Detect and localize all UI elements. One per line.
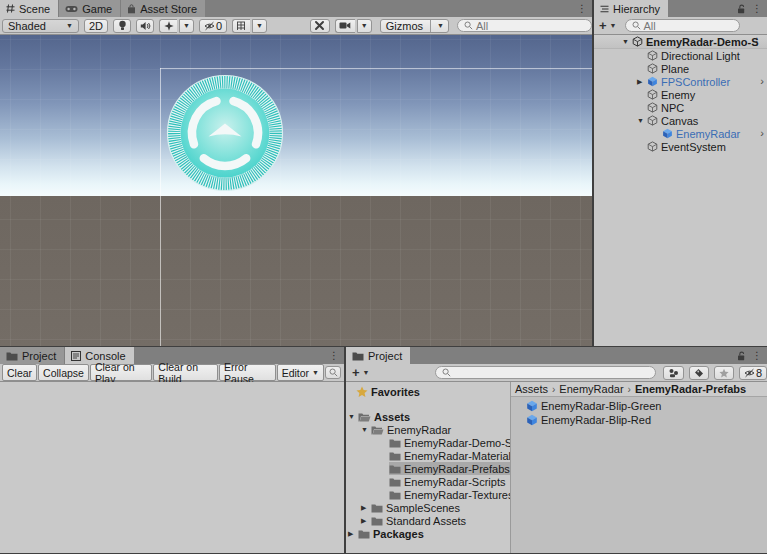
scene-effects-dropdown[interactable]: ▼ bbox=[179, 19, 194, 33]
folder-row-materials[interactable]: EnemyRadar-Materials bbox=[346, 449, 510, 462]
tab-hierarchy[interactable]: Hierarchy bbox=[594, 0, 668, 17]
console-editor-dropdown[interactable]: Editor▼ bbox=[277, 364, 324, 381]
project-search-input[interactable] bbox=[435, 366, 656, 379]
prefab-open-chevron-icon[interactable]: › bbox=[760, 128, 764, 139]
hierarchy-create-button[interactable]: + bbox=[599, 19, 607, 32]
chevron-down-icon: ▼ bbox=[610, 22, 617, 29]
scene-lighting-button[interactable] bbox=[113, 19, 131, 33]
hierarchy-item-fpscontroller[interactable]: ▶ FPSController › bbox=[594, 75, 767, 88]
component-tools-button[interactable] bbox=[310, 19, 330, 33]
folder-row-packages[interactable]: ▶ Packages bbox=[346, 527, 510, 540]
hierarchy-item-enemy[interactable]: Enemy bbox=[594, 88, 767, 101]
tab-project[interactable]: Project bbox=[346, 347, 410, 364]
scene-menu-icon[interactable]: ⋮ bbox=[752, 37, 762, 47]
canvas-rect-left-edge bbox=[160, 68, 161, 346]
scene-header-row[interactable]: ▼ EnemyRadar-Demo-S ⋮ bbox=[594, 35, 767, 49]
scene-search-input[interactable]: All bbox=[457, 19, 592, 32]
search-by-label-button[interactable] bbox=[689, 366, 709, 380]
folder-icon bbox=[389, 464, 401, 474]
console-clear-on-play-button[interactable]: Clear on Play bbox=[90, 364, 152, 381]
breadcrumb-enemyradar[interactable]: EnemyRadar bbox=[559, 383, 623, 395]
console-clear-on-build-button[interactable]: Clear on Build bbox=[153, 364, 218, 381]
folder-icon bbox=[371, 516, 383, 526]
collapse-arrow-icon[interactable]: ▼ bbox=[348, 413, 358, 420]
tab-game[interactable]: Game bbox=[59, 0, 120, 17]
favorites-row[interactable]: Favorites bbox=[346, 385, 510, 398]
project-create-button[interactable]: + bbox=[352, 366, 360, 379]
console-collapse-button[interactable]: Collapse bbox=[38, 364, 89, 381]
enemy-radar-widget[interactable] bbox=[165, 73, 285, 193]
asset-row-blip-red[interactable]: EnemyRadar-Blip-Red bbox=[511, 413, 767, 427]
hierarchy-panel-menu-icon[interactable]: ⋮ bbox=[752, 4, 762, 14]
favorites-filter-button[interactable] bbox=[714, 366, 734, 380]
grid-visibility-dropdown[interactable]: ▼ bbox=[252, 19, 267, 33]
collapse-arrow-icon[interactable]: ▼ bbox=[622, 38, 632, 45]
unlock-icon[interactable] bbox=[737, 4, 746, 14]
scene-audio-button[interactable] bbox=[136, 19, 154, 33]
gameobject-cube-icon bbox=[647, 115, 658, 126]
tab-scene[interactable]: Scene bbox=[0, 0, 58, 17]
project-folder-tree: Favorites ▼ Assets ▼ EnemyRadar EnemyRad… bbox=[346, 382, 511, 553]
hierarchy-item-eventsystem[interactable]: EventSystem bbox=[594, 140, 767, 153]
console-panel: Project Console ⋮ Clear Collapse Clear o… bbox=[0, 347, 344, 553]
console-panel-menu-icon[interactable]: ⋮ bbox=[329, 351, 339, 361]
shading-mode-dropdown[interactable]: Shaded ▼ bbox=[2, 19, 79, 33]
tab-project-left[interactable]: Project bbox=[0, 347, 64, 364]
scene-camera-dropdown[interactable]: ▼ bbox=[357, 19, 372, 33]
hierarchy-item-canvas[interactable]: ▼ Canvas bbox=[594, 114, 767, 127]
hierarchy-item-directional-light[interactable]: Directional Light bbox=[594, 49, 767, 62]
scene-grid-overlay bbox=[0, 35, 592, 346]
expand-arrow-icon[interactable]: ▶ bbox=[361, 517, 371, 524]
folder-row-prefabs-selected[interactable]: EnemyRadar-Prefabs bbox=[346, 462, 510, 475]
project-panel-menu-icon[interactable]: ⋮ bbox=[752, 351, 762, 361]
collapse-arrow-icon[interactable]: ▼ bbox=[361, 426, 371, 433]
folder-row-enemyradar[interactable]: ▼ EnemyRadar bbox=[346, 423, 510, 436]
folder-row-textures[interactable]: EnemyRadar-Textures bbox=[346, 488, 510, 501]
folder-row-assets[interactable]: ▼ Assets bbox=[346, 410, 510, 423]
search-by-type-button[interactable] bbox=[663, 366, 684, 380]
project-content-pane[interactable]: Assets › EnemyRadar › EnemyRadar-Prefabs… bbox=[511, 382, 767, 553]
scene-viewport[interactable] bbox=[0, 35, 592, 346]
2d-toggle-button[interactable]: 2D bbox=[84, 19, 108, 33]
hierarchy-item-enemyradar[interactable]: EnemyRadar › bbox=[594, 127, 767, 140]
search-icon bbox=[632, 21, 641, 30]
tab-asset-store[interactable]: Asset Store bbox=[121, 0, 205, 17]
breadcrumb-prefabs[interactable]: EnemyRadar-Prefabs bbox=[635, 383, 746, 395]
scene-effects-button[interactable] bbox=[159, 19, 177, 33]
scene-panel-menu-icon[interactable]: ⋮ bbox=[577, 4, 587, 14]
folder-row-demo-scene[interactable]: EnemyRadar-Demo-Sce bbox=[346, 436, 510, 449]
console-clear-button[interactable]: Clear bbox=[2, 364, 37, 381]
console-error-pause-button[interactable]: Error Pause bbox=[219, 364, 276, 381]
folder-row-standard-assets[interactable]: ▶ Standard Assets bbox=[346, 514, 510, 527]
prefab-open-chevron-icon[interactable]: › bbox=[760, 76, 764, 87]
folder-row-samplescenes[interactable]: ▶ SampleScenes bbox=[346, 501, 510, 514]
unlock-icon[interactable] bbox=[737, 351, 746, 361]
search-icon bbox=[442, 368, 451, 377]
scene-visibility-button[interactable]: 0 bbox=[199, 19, 227, 33]
scene-toolbar: Shaded ▼ 2D ▼ 0 bbox=[0, 17, 592, 35]
expand-arrow-icon[interactable]: ▶ bbox=[361, 504, 371, 511]
console-log-area[interactable] bbox=[0, 382, 344, 553]
canvas-rect-top-edge bbox=[160, 68, 592, 69]
folder-row-scripts[interactable]: EnemyRadar-Scripts bbox=[346, 475, 510, 488]
hierarchy-item-plane[interactable]: Plane bbox=[594, 62, 767, 75]
asset-row-blip-green[interactable]: EnemyRadar-Blip-Green bbox=[511, 399, 767, 413]
gameobject-cube-icon bbox=[647, 50, 658, 61]
scene-grid-icon bbox=[6, 4, 15, 13]
gizmos-dropdown[interactable]: Gizmos ▼ bbox=[380, 19, 449, 33]
scene-camera-button[interactable] bbox=[335, 19, 355, 33]
chevron-down-icon: ▼ bbox=[363, 369, 370, 376]
hierarchy-search-placeholder: All bbox=[644, 20, 656, 32]
hidden-packages-button[interactable]: 8 bbox=[739, 366, 767, 380]
collapse-arrow-icon[interactable]: ▼ bbox=[637, 117, 647, 124]
hierarchy-search-input[interactable]: All bbox=[625, 19, 740, 32]
grid-visibility-button[interactable] bbox=[232, 19, 250, 33]
console-search-button[interactable] bbox=[325, 366, 341, 379]
expand-arrow-icon[interactable]: ▶ bbox=[637, 78, 647, 85]
breadcrumb: Assets › EnemyRadar › EnemyRadar-Prefabs bbox=[511, 382, 767, 397]
expand-arrow-icon[interactable]: ▶ bbox=[348, 530, 358, 537]
search-icon bbox=[464, 21, 473, 30]
hierarchy-item-npc[interactable]: NPC bbox=[594, 101, 767, 114]
breadcrumb-assets[interactable]: Assets bbox=[515, 383, 548, 395]
hierarchy-tree: ▼ EnemyRadar-Demo-S ⋮ Directional Light … bbox=[594, 35, 767, 153]
